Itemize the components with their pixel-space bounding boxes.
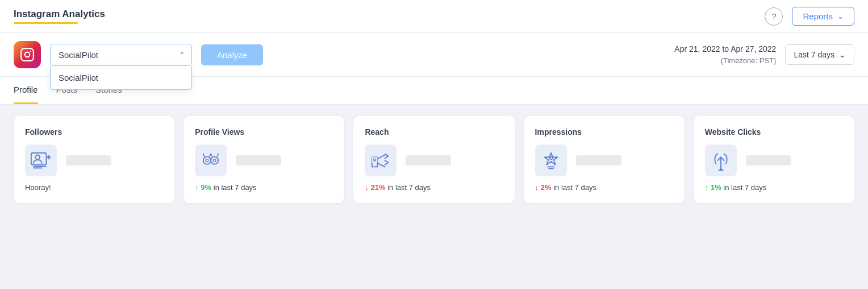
tab-profile[interactable]: Profile: [14, 77, 38, 104]
account-select-wrapper: SocialPilot ⌃ SocialPilot: [50, 44, 192, 66]
header-right: ? Reports ⌄: [765, 7, 854, 26]
profile-views-value: [236, 155, 281, 166]
stat-body-reach: [365, 144, 503, 176]
chevron-down-icon: ⌄: [837, 12, 844, 20]
stat-body-website-clicks: [705, 144, 843, 176]
stat-title-profile-views: Profile Views: [195, 127, 333, 137]
stat-body-impressions: [535, 144, 673, 176]
impressions-icon: [535, 144, 567, 176]
header: Instagram Analytics ? Reports ⌄: [0, 0, 868, 33]
stat-title-impressions: Impressions: [535, 127, 673, 137]
impressions-footer: ↓ 2% in last 7 days: [535, 183, 673, 192]
toolbar: SocialPilot ⌃ SocialPilot Analyze Apr 21…: [0, 33, 868, 77]
profile-views-footer-text: in last 7 days: [214, 183, 257, 192]
reports-label: Reports: [803, 11, 833, 21]
reach-icon: [365, 144, 397, 176]
reach-footer: ↓ 21% in last 7 days: [365, 183, 503, 192]
stat-title-reach: Reach: [365, 127, 503, 137]
svg-point-14: [549, 157, 552, 160]
website-clicks-footer-text: in last 7 days: [723, 183, 766, 192]
svg-point-1: [25, 52, 30, 57]
date-range: Apr 21, 2022 to Apr 27, 2022: [674, 43, 776, 55]
website-clicks-value: [746, 155, 791, 166]
chevron-down-icon: ⌄: [839, 50, 846, 59]
followers-footer: Hooray!: [25, 183, 163, 192]
stat-card-profile-views: Profile Views ↑: [183, 116, 344, 203]
impressions-footer-text: in last 7 days: [553, 183, 596, 192]
svg-rect-0: [21, 48, 34, 61]
impressions-pct: 2%: [541, 183, 552, 192]
svg-rect-12: [372, 157, 378, 163]
header-left: Instagram Analytics: [14, 9, 105, 24]
analyze-button[interactable]: Analyze: [201, 44, 263, 65]
impressions-value: [576, 155, 621, 166]
reports-button[interactable]: Reports ⌄: [792, 7, 854, 26]
account-select-display[interactable]: SocialPilot: [50, 44, 192, 66]
date-info: Apr 21, 2022 to Apr 27, 2022 (Timezone: …: [674, 43, 776, 67]
title-underline: [14, 22, 78, 24]
reach-value: [406, 155, 451, 166]
reach-pct: 21%: [371, 183, 386, 192]
help-icon: ?: [771, 11, 776, 21]
website-clicks-icon: [705, 144, 737, 176]
up-arrow-icon: ↑: [705, 183, 709, 192]
down-arrow-icon: ↓: [535, 183, 539, 192]
stat-title-followers: Followers: [25, 127, 163, 137]
svg-point-9: [206, 159, 208, 162]
stat-title-website-clicks: Website Clicks: [705, 127, 843, 137]
stat-card-impressions: Impressions ↓ 2% in last 7 days: [524, 116, 685, 203]
stats-row: Followers Hooray! Profile Views: [0, 105, 868, 214]
svg-point-8: [211, 156, 218, 164]
reach-footer-text: in last 7 days: [387, 183, 431, 192]
date-filter-label: Last 7 days: [794, 50, 834, 59]
up-arrow-icon: ↑: [195, 183, 199, 192]
down-arrow-icon: ↓: [365, 183, 369, 192]
dropdown-item-socialpilot[interactable]: SocialPilot: [51, 66, 191, 89]
profile-views-footer: ↑ 9% in last 7 days: [195, 183, 333, 192]
profile-views-pct: 9%: [201, 183, 211, 192]
profile-views-icon: [195, 144, 227, 176]
stat-body-profile-views: [195, 144, 333, 176]
app-container: Instagram Analytics ? Reports ⌄ SocialPi…: [0, 0, 868, 289]
stat-card-followers: Followers Hooray!: [14, 116, 174, 203]
instagram-icon: [14, 41, 41, 68]
followers-value: [66, 155, 111, 166]
svg-point-2: [30, 51, 32, 52]
website-clicks-footer: ↑ 1% in last 7 days: [705, 183, 843, 192]
account-dropdown: SocialPilot: [50, 66, 192, 90]
svg-point-10: [213, 159, 216, 162]
svg-point-4: [36, 155, 40, 160]
website-clicks-pct: 1%: [711, 183, 721, 192]
timezone-label: (Timezone: PST): [674, 55, 776, 67]
stat-card-reach: Reach ↓ 21% in: [353, 116, 514, 203]
svg-point-7: [203, 156, 211, 164]
stat-body-followers: [25, 144, 163, 176]
followers-icon: [25, 144, 57, 176]
stat-card-website-clicks: Website Clicks ↑ 1% in last: [694, 116, 854, 203]
app-title: Instagram Analytics: [14, 9, 105, 20]
help-button[interactable]: ?: [765, 7, 783, 26]
date-filter-button[interactable]: Last 7 days ⌄: [785, 44, 854, 65]
